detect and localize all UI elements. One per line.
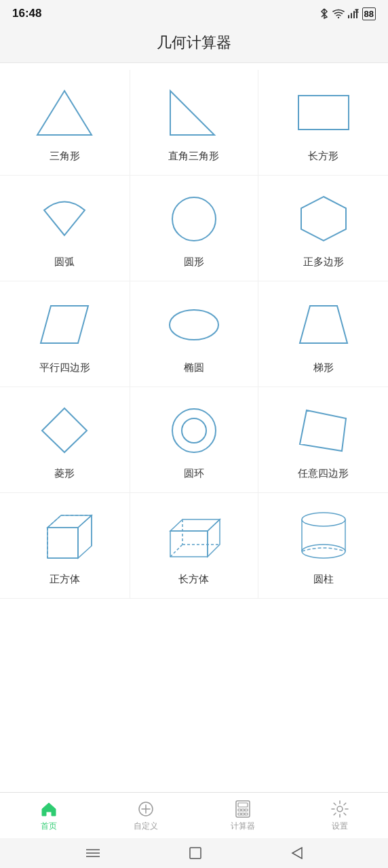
svg-marker-6 — [41, 306, 88, 343]
svg-point-28 — [302, 513, 345, 526]
android-nav-bar — [0, 838, 388, 868]
svg-rect-41 — [241, 813, 244, 815]
status-bar: 16:48 88 — [0, 0, 388, 24]
svg-marker-24 — [208, 519, 220, 557]
svg-rect-36 — [238, 803, 248, 807]
svg-marker-12 — [300, 410, 346, 451]
nav-label-calculator: 计算器 — [231, 821, 255, 832]
shape-icon-cylinder — [290, 505, 357, 566]
android-menu-icon — [85, 848, 100, 859]
status-time: 16:48 — [12, 7, 41, 20]
shape-icon-arc — [31, 188, 98, 249]
shape-icon-trapezoid — [290, 294, 357, 355]
svg-marker-5 — [301, 197, 346, 241]
shape-item-cube[interactable]: 正方体 — [0, 493, 130, 599]
svg-rect-13 — [47, 528, 78, 558]
svg-rect-40 — [238, 813, 241, 815]
svg-line-25 — [170, 545, 182, 557]
shape-icon-quad — [290, 399, 357, 460]
shape-item-parallelogram[interactable]: 平行四边形 — [0, 281, 130, 387]
svg-point-10 — [172, 409, 216, 452]
shape-icon-parallelogram — [31, 294, 98, 355]
shape-label-circle: 圆形 — [184, 256, 204, 269]
svg-point-31 — [302, 545, 345, 558]
svg-marker-2 — [170, 91, 214, 135]
shape-item-hexagon[interactable]: 正多边形 — [258, 176, 388, 281]
shape-label-annulus: 圆环 — [184, 467, 204, 480]
nav-item-home[interactable]: 首页 — [0, 795, 97, 836]
shape-label-right-triangle: 直角三角形 — [168, 150, 219, 163]
shape-item-trapezoid[interactable]: 梯形 — [258, 281, 388, 387]
app-title: 几何计算器 — [157, 34, 231, 51]
nav-label-home: 首页 — [41, 821, 57, 832]
home-icon — [39, 800, 58, 818]
shape-icon-rectangle — [290, 82, 357, 143]
settings-icon — [330, 800, 349, 818]
svg-rect-22 — [170, 531, 208, 557]
shape-label-cylinder: 圆柱 — [313, 573, 334, 586]
shape-item-right-triangle[interactable]: 直角三角形 — [130, 70, 259, 176]
svg-rect-47 — [190, 848, 201, 859]
shape-label-parallelogram: 平行四边形 — [39, 361, 90, 374]
shape-label-quad: 任意四边形 — [298, 467, 349, 480]
svg-rect-37 — [238, 809, 241, 811]
battery-icon: 88 — [362, 7, 376, 20]
bottom-nav: 首页 自定义 计算器 — [0, 792, 388, 838]
bluetooth-icon — [319, 8, 329, 19]
shape-icon-triangle — [31, 82, 98, 143]
nav-item-custom[interactable]: 自定义 — [97, 795, 194, 836]
calculator-icon — [233, 800, 252, 818]
shape-label-rhombus: 菱形 — [54, 467, 75, 480]
shape-item-ellipse[interactable]: 椭圆 — [130, 281, 259, 387]
shape-icon-cuboid — [160, 505, 228, 566]
shape-icon-ellipse — [160, 294, 228, 355]
shape-icon-rhombus — [31, 399, 98, 460]
nav-label-settings: 设置 — [332, 821, 348, 832]
shape-item-arc[interactable]: 圆弧 — [0, 176, 130, 281]
nav-item-settings[interactable]: 设置 — [291, 795, 388, 836]
main-content: 三角形 直角三角形 长方形 — [0, 63, 388, 792]
shape-item-cuboid[interactable]: 长方体 — [130, 493, 259, 599]
shape-icon-right-triangle — [160, 82, 228, 143]
shape-label-cuboid: 长方体 — [178, 573, 209, 586]
shape-item-rectangle[interactable]: 长方形 — [258, 70, 388, 176]
shape-item-annulus[interactable]: 圆环 — [130, 387, 259, 493]
shapes-grid: 三角形 直角三角形 长方形 — [0, 70, 388, 599]
android-back-icon — [290, 847, 303, 859]
shape-icon-circle — [160, 188, 228, 249]
shape-label-arc: 圆弧 — [54, 256, 75, 269]
svg-marker-23 — [170, 519, 220, 531]
shape-label-triangle: 三角形 — [50, 150, 80, 163]
shape-item-quad[interactable]: 任意四边形 — [258, 387, 388, 493]
shape-label-rectangle: 长方形 — [308, 150, 338, 163]
svg-point-43 — [337, 806, 343, 812]
app-header: 几何计算器 — [0, 24, 388, 63]
shape-item-triangle[interactable]: 三角形 — [0, 70, 130, 176]
shape-item-cylinder[interactable]: 圆柱 — [258, 493, 388, 599]
shape-label-ellipse: 椭圆 — [184, 361, 204, 374]
shape-item-rhombus[interactable]: 菱形 — [0, 387, 130, 493]
svg-point-4 — [172, 197, 216, 241]
shape-item-circle[interactable]: 圆形 — [130, 176, 259, 281]
shape-icon-cube — [31, 505, 98, 566]
custom-icon — [136, 800, 155, 818]
shape-label-cube: 正方体 — [50, 573, 80, 586]
svg-rect-38 — [241, 809, 244, 811]
svg-point-0 — [337, 17, 338, 18]
status-icons: 88 — [319, 7, 376, 20]
svg-marker-1 — [37, 91, 92, 135]
svg-marker-9 — [42, 408, 87, 452]
nav-item-calculator[interactable]: 计算器 — [194, 795, 291, 836]
wifi-icon — [332, 9, 345, 18]
svg-rect-42 — [245, 813, 248, 815]
signal-icon — [348, 9, 359, 18]
svg-point-7 — [170, 310, 218, 340]
shape-icon-hexagon — [290, 188, 357, 249]
shape-label-hexagon: 正多边形 — [303, 256, 344, 269]
svg-marker-48 — [292, 848, 302, 859]
svg-rect-39 — [245, 809, 248, 811]
svg-marker-8 — [300, 306, 347, 343]
shape-label-trapezoid: 梯形 — [313, 361, 334, 374]
svg-rect-3 — [298, 96, 349, 130]
svg-point-11 — [182, 418, 206, 443]
